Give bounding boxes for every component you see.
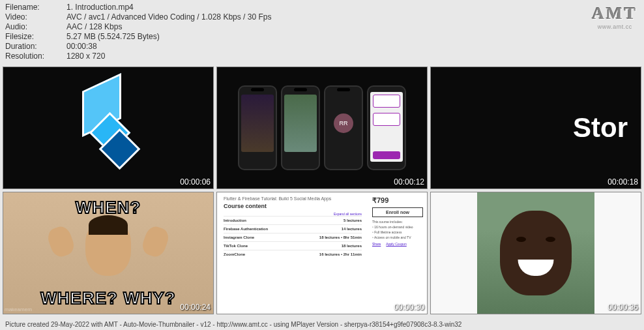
course-title: Flutter & Firebase Tutorial: Build 5 Soc…	[224, 196, 362, 201]
section-info: 18 lectures • 8hr 51min	[319, 235, 362, 239]
section-info: 18 lectures	[342, 244, 362, 248]
timestamp: 00:00:30	[394, 303, 424, 312]
timestamp: 00:00:18	[607, 177, 638, 187]
section-name: ZoomClone	[224, 252, 245, 256]
price: ₹799	[372, 196, 423, 205]
stor-text: Stor	[573, 112, 628, 143]
metadata-header: Filename: 1. Introduction.mp4 Video: AVC…	[0, 0, 644, 67]
section-info: 14 lectures	[342, 227, 362, 231]
duration-label: Duration:	[5, 42, 66, 51]
thumbnail-3: Stor 00:00:18	[430, 67, 641, 189]
thumbnail-5: Flutter & Firebase Tutorial: Build 5 Soc…	[216, 192, 428, 314]
thumbnail-6: 00:00:36	[430, 192, 641, 314]
thumbnail-2: RR 00:00:12	[216, 67, 428, 189]
logo-url: www.amt.cc	[592, 23, 637, 30]
duration-value: 00:00:38	[66, 42, 97, 51]
thumbnail-grid: 00:00:06 RR 00:00:12 Stor 00:00:18 WHEN?…	[0, 67, 644, 314]
footer-text: Picture created 29-May-2022 with AMT - A…	[5, 321, 461, 328]
audio-value: AAC / 128 Kbps	[66, 22, 122, 31]
resolution-label: Resolution:	[5, 52, 66, 61]
timestamp: 00:00:12	[394, 177, 424, 187]
watermark: makeamem	[5, 307, 32, 312]
filename-label: Filename:	[5, 3, 66, 12]
timestamp: 00:00:24	[180, 303, 211, 312]
section-name: Firebase Authentication	[224, 227, 268, 231]
resolution-value: 1280 x 720	[66, 52, 105, 61]
logo-text: AMT	[592, 4, 637, 23]
section-info: 16 lectures • 2hr 11min	[319, 252, 362, 256]
amt-logo: AMT www.amt.cc	[592, 4, 637, 30]
course-page: Flutter & Firebase Tutorial: Build 5 Soc…	[217, 192, 427, 314]
section-name: TikTok Clone	[224, 244, 248, 248]
phone-mockups: RR	[217, 67, 427, 188]
timestamp: 00:00:36	[607, 303, 638, 312]
filesize-value: 5.27 MB (5.524.725 Bytes)	[66, 32, 160, 41]
section-info: 5 lectures	[344, 218, 362, 222]
thumbnail-1: 00:00:06	[3, 67, 214, 189]
filesize-label: Filesize:	[5, 32, 66, 41]
thumbnail-4: WHEN? WHERE? WHY? makeamem 00:00:24	[3, 192, 214, 314]
face-image	[431, 192, 641, 314]
flutter-logo-icon	[3, 67, 213, 188]
audio-label: Audio:	[5, 22, 66, 31]
meme-image: WHEN? WHERE? WHY? makeamem	[3, 192, 213, 314]
video-label: Video:	[5, 12, 66, 22]
video-value: AVC / avc1 / Advanced Video Coding / 1.0…	[66, 12, 271, 22]
apply-coupon-link: Apply Coupon	[386, 242, 406, 246]
avatar-initials: RR	[334, 113, 353, 133]
section-name: Instagram Clone	[224, 235, 254, 239]
includes-heading: This course includes:	[372, 220, 423, 224]
filename-value: 1. Introduction.mp4	[66, 3, 134, 12]
course-heading: Course content	[224, 203, 362, 209]
section-name: Introduction	[224, 218, 246, 222]
share-link: Share	[372, 242, 381, 246]
enroll-button: Enroll now	[372, 207, 423, 217]
timestamp: 00:00:06	[180, 177, 211, 187]
